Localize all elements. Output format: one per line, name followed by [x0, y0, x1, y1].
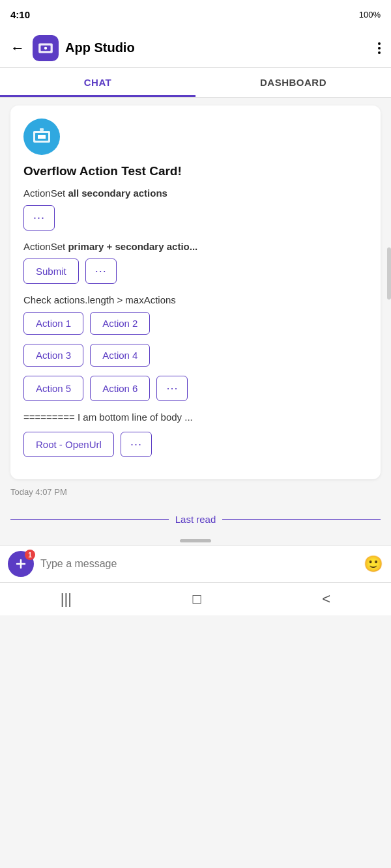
svg-rect-5 — [38, 135, 46, 139]
section3-row2: Action 3 Action 4 — [23, 344, 368, 367]
action6-button[interactable]: Action 6 — [90, 376, 150, 401]
tab-chat[interactable]: CHAT — [0, 68, 195, 97]
section2-label: ActionSet primary + secondary actio... — [23, 241, 368, 252]
chat-card: Overflow Action Test Card! ActionSet all… — [10, 105, 381, 479]
nav-back-button[interactable]: < — [322, 591, 330, 608]
bot-avatar-icon — [31, 126, 52, 147]
root-openurl-button[interactable]: Root - OpenUrl — [23, 432, 114, 457]
nav-recent-button[interactable]: ||| — [61, 591, 72, 608]
tab-dashboard[interactable]: DASHBOARD — [195, 68, 391, 97]
add-attachment-button[interactable]: 1 — [8, 551, 34, 577]
last-read-container: Last read — [0, 505, 391, 534]
section3-row1: Action 1 Action 2 — [23, 312, 368, 335]
emoji-button[interactable]: 🙂 — [364, 555, 383, 573]
tab-bar: CHAT DASHBOARD — [0, 68, 391, 98]
section-max-actions: Check actions.length > maxActions Action… — [23, 294, 368, 401]
svg-rect-6 — [40, 128, 44, 131]
last-read-label: Last read — [175, 514, 216, 525]
section3-row3: Action 5 Action 6 ··· — [23, 376, 368, 401]
card-title: Overflow Action Test Card! — [23, 164, 368, 178]
footer-buttons: Root - OpenUrl ··· — [23, 432, 368, 457]
scroll-indicator[interactable] — [387, 247, 391, 300]
top-nav: ← App Studio — [0, 29, 391, 68]
submit-button[interactable]: Submit — [23, 259, 79, 284]
nav-home-button[interactable]: □ — [193, 591, 201, 608]
section-primary-secondary: ActionSet primary + secondary actio... S… — [23, 241, 368, 284]
status-battery: 100% — [359, 10, 381, 20]
action3-button[interactable]: Action 3 — [23, 344, 83, 367]
section1-label: ActionSet all secondary actions — [23, 188, 368, 199]
footer-overflow-button[interactable]: ··· — [121, 432, 152, 457]
attachment-badge: 1 — [25, 550, 35, 560]
section2-overflow-button[interactable]: ··· — [85, 259, 117, 284]
action5-button[interactable]: Action 5 — [23, 376, 83, 401]
input-bar: 1 🙂 — [0, 545, 391, 582]
status-right: 100% — [359, 10, 381, 20]
message-timestamp: Today 4:07 PM — [10, 487, 381, 497]
bot-avatar — [23, 119, 60, 155]
section3-overflow-button[interactable]: ··· — [156, 376, 188, 401]
last-read-line-right — [222, 519, 381, 520]
divider-text: ========= I am bottom line of body ... — [23, 412, 368, 423]
status-bar: 4:10 100% — [0, 0, 391, 29]
section3-label: Check actions.length > maxActions — [23, 294, 368, 305]
more-options-button[interactable] — [378, 42, 381, 54]
drag-handle[interactable] — [180, 539, 211, 542]
svg-point-2 — [44, 46, 47, 49]
status-time: 4:10 — [10, 9, 30, 20]
main-content: Overflow Action Test Card! ActionSet all… — [0, 98, 391, 505]
bottom-nav: ||| □ < — [0, 582, 391, 615]
action1-button[interactable]: Action 1 — [23, 312, 83, 335]
app-logo-icon — [37, 40, 54, 57]
plus-icon — [14, 557, 27, 570]
last-read-line-left — [10, 519, 169, 520]
app-logo — [33, 35, 59, 61]
action2-button[interactable]: Action 2 — [90, 312, 150, 335]
message-input[interactable] — [40, 558, 357, 570]
section1-overflow-button[interactable]: ··· — [23, 205, 55, 231]
section2-buttons: Submit ··· — [23, 259, 368, 284]
back-button[interactable]: ← — [10, 40, 25, 57]
section1-buttons: ··· — [23, 205, 368, 231]
section-all-secondary: ActionSet all secondary actions ··· — [23, 188, 368, 231]
app-title: App Studio — [65, 40, 378, 55]
action4-button[interactable]: Action 4 — [90, 344, 150, 367]
